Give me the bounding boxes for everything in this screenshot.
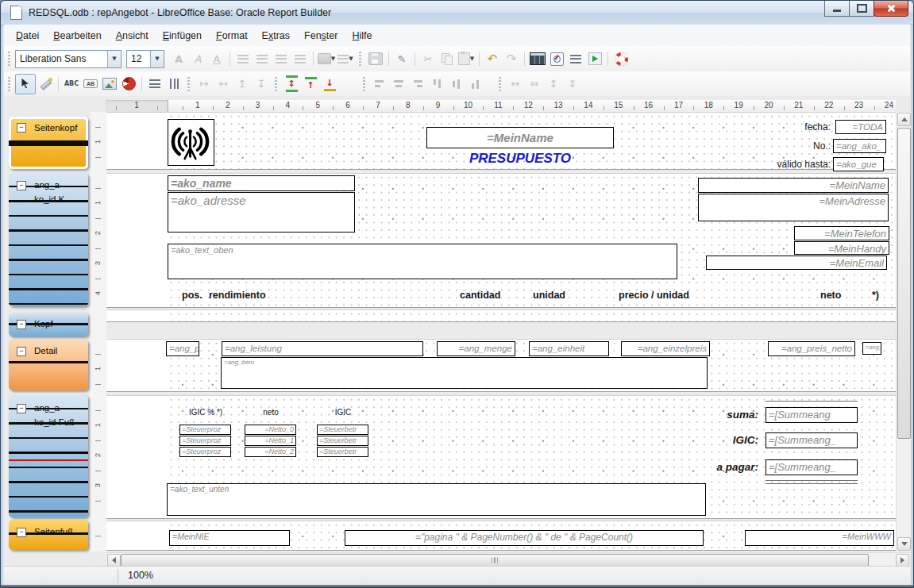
- minimize-button[interactable]: [824, 1, 850, 17]
- maximize-button[interactable]: [849, 1, 874, 17]
- label-fecha[interactable]: fecha:: [727, 121, 831, 133]
- execute-report-button[interactable]: [585, 49, 604, 68]
- chart-button[interactable]: [119, 75, 138, 94]
- column-header-precio-unidad[interactable]: precio / unidad: [619, 290, 689, 301]
- band-page-footer[interactable]: =MeinNIE ="pagina " & PageNumber() & " d…: [106, 521, 896, 551]
- collapse-icon[interactable]: −: [17, 528, 26, 537]
- column-header-star[interactable]: *): [872, 290, 879, 301]
- background-color-button[interactable]: ▼: [317, 49, 336, 68]
- label-igic-pct[interactable]: IGIC % *): [179, 408, 232, 417]
- zoom-wand-button[interactable]: [36, 75, 55, 94]
- collapse-icon[interactable]: −: [17, 123, 26, 133]
- select-pointer-button[interactable]: [15, 74, 36, 94]
- collapse-icon[interactable]: −: [17, 404, 26, 413]
- font-name-combo[interactable]: Liberation Sans ▼: [15, 50, 121, 68]
- object-align-left-button[interactable]: [370, 75, 389, 94]
- menu-item-hilfe[interactable]: Hilfe: [345, 27, 379, 44]
- column-header-rendimiento[interactable]: rendimiento: [209, 290, 266, 301]
- back-one-button[interactable]: ↤: [214, 75, 233, 94]
- fit-smallest-height-button[interactable]: ↑: [301, 75, 320, 94]
- to-foreground-button[interactable]: ↥: [233, 75, 252, 94]
- field-ang-pos[interactable]: =ang_po: [166, 341, 199, 356]
- band-group-footer[interactable]: IGIC % *) neto IGIC =Steuerproz =Netto_0…: [106, 395, 896, 519]
- edit-button[interactable]: ✎: [392, 49, 411, 68]
- band-kopf[interactable]: [106, 309, 896, 322]
- field-steuerbetr-2[interactable]: =Steuerbetr: [317, 447, 368, 457]
- toolbar-grip[interactable]: [499, 77, 501, 91]
- vertical-scroll-thumb[interactable]: [897, 128, 911, 439]
- align-justify-button[interactable]: [291, 49, 310, 68]
- label-suma[interactable]: suma:: [677, 409, 758, 421]
- toolbar-grip[interactable]: [8, 77, 10, 91]
- text-box-button[interactable]: AB: [81, 75, 100, 94]
- menu-item-fenster[interactable]: Fenster: [297, 27, 345, 44]
- field-igic-total[interactable]: =[Summeang_: [766, 432, 858, 448]
- field-ang-bem[interactable]: =ang_bem: [221, 357, 708, 389]
- horizontal-scroll-thumb[interactable]: [121, 554, 869, 567]
- report-navigator-button[interactable]: [547, 49, 566, 68]
- toolbar-grip[interactable]: [275, 77, 277, 91]
- object-center-horizontal-button[interactable]: [389, 75, 408, 94]
- menu-item-format[interactable]: Format: [209, 27, 255, 44]
- object-center-vertical-button[interactable]: [446, 75, 465, 94]
- label-presupuesto[interactable]: PRESUPUESTO: [426, 151, 614, 167]
- underline-button[interactable]: A: [207, 49, 226, 68]
- field-steuerbetr-1[interactable]: =Steuerbetr: [317, 436, 368, 446]
- align-right-button[interactable]: [272, 49, 291, 68]
- section-header-seitenfuss[interactable]: − Seitenfuß: [9, 520, 88, 550]
- column-header-unidad[interactable]: unidad: [533, 290, 565, 301]
- section-header-seitenkopf[interactable]: − Seitenkopf: [9, 117, 88, 169]
- vertical-line-button[interactable]: [164, 75, 183, 94]
- menu-item-datei[interactable]: Datei: [9, 27, 46, 44]
- field-mein-handy[interactable]: =MeinHandy: [794, 241, 889, 255]
- menu-item-extras[interactable]: Extras: [255, 27, 297, 44]
- total-double-line[interactable]: [766, 480, 858, 484]
- field-ako-name[interactable]: =ako_name: [168, 175, 355, 191]
- column-header-cantidad[interactable]: cantidad: [460, 290, 500, 301]
- title-bar[interactable]: REDSQL.odb : repAngebot - LibreOffice Ba…: [1, 1, 913, 25]
- column-header-pos[interactable]: pos.: [182, 290, 202, 301]
- section-header-group-kopf[interactable]: − ang_a ko_id K...: [9, 173, 88, 306]
- field-ang-menge[interactable]: =ang_menge: [437, 341, 515, 356]
- space-vertical-equal-button[interactable]: ↕: [544, 75, 563, 94]
- field-ako-adresse[interactable]: =ako_adresse: [168, 192, 355, 233]
- image-control-button[interactable]: [100, 75, 119, 94]
- fit-height-both-button[interactable]: ↕: [282, 75, 301, 94]
- paste-button[interactable]: ▼: [457, 49, 476, 68]
- vertical-scrollbar[interactable]: [896, 112, 911, 551]
- collapse-icon[interactable]: −: [17, 347, 26, 356]
- forward-one-button[interactable]: ↦: [195, 75, 214, 94]
- toolbar-grip[interactable]: [359, 52, 361, 66]
- field-a-pagar[interactable]: =[Summeang_: [766, 459, 858, 475]
- field-steuerproz-1[interactable]: =Steuerproz: [179, 436, 231, 446]
- field-mein-www[interactable]: =MeinWWW: [745, 530, 894, 546]
- to-background-button[interactable]: ↧: [252, 75, 271, 94]
- column-header-neto[interactable]: neto: [820, 290, 841, 301]
- add-field-button[interactable]: [528, 49, 547, 68]
- chevron-down-icon[interactable]: ▼: [107, 51, 121, 67]
- menu-item-einfgen[interactable]: Einfügen: [156, 27, 209, 44]
- toolbar-grip[interactable]: [187, 77, 190, 91]
- label-field-button[interactable]: ABC: [62, 75, 81, 94]
- label-a-pagar[interactable]: a pagar:: [677, 461, 758, 473]
- font-size-combo[interactable]: 12 ▼: [126, 50, 164, 68]
- field-ang-small[interactable]: =ang_: [862, 342, 881, 355]
- toolbar-grip[interactable]: [8, 52, 10, 66]
- field-fecha[interactable]: =TODA: [835, 120, 886, 134]
- field-netto-2[interactable]: =Netto_2: [245, 447, 296, 457]
- align-left-button[interactable]: [233, 49, 253, 68]
- undo-button[interactable]: ↶: [483, 49, 502, 68]
- field-mein-name[interactable]: =MeinName: [698, 178, 889, 193]
- band-group-header[interactable]: =ako_name =ako_adresse =ako_text_oben =M…: [106, 173, 896, 308]
- field-ang-preis-netto[interactable]: =ang_preis_netto: [768, 341, 855, 356]
- help-button[interactable]: [611, 49, 631, 68]
- toolbar-grip[interactable]: [363, 77, 365, 91]
- field-steuerproz-0[interactable]: =Steuerproz: [179, 425, 231, 435]
- section-header-detail[interactable]: − Detail: [9, 340, 88, 390]
- field-mein-email[interactable]: =MeinEmail: [706, 256, 887, 270]
- sorting-grouping-button[interactable]: [566, 49, 585, 68]
- save-button[interactable]: [366, 49, 385, 68]
- collapse-icon[interactable]: −: [17, 320, 26, 329]
- chevron-down-icon[interactable]: ▼: [150, 51, 164, 67]
- scroll-left-button[interactable]: [107, 554, 121, 567]
